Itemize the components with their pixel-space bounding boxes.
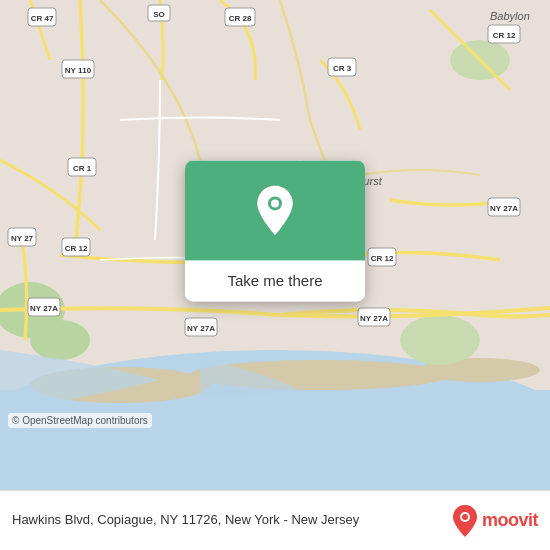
popup-map-background xyxy=(185,160,365,260)
svg-text:NY 27A: NY 27A xyxy=(187,324,215,333)
moovit-pin-icon xyxy=(451,504,479,538)
svg-point-6 xyxy=(400,315,480,365)
svg-text:CR 47: CR 47 xyxy=(31,14,54,23)
svg-text:CR 12: CR 12 xyxy=(493,31,516,40)
location-pin-icon xyxy=(253,183,297,237)
svg-point-43 xyxy=(462,514,468,520)
svg-text:NY 27: NY 27 xyxy=(11,234,34,243)
svg-text:CR 12: CR 12 xyxy=(371,254,394,263)
map-attribution: © OpenStreetMap contributors xyxy=(8,413,152,428)
moovit-logo: moovit xyxy=(451,504,538,538)
svg-text:Babylon: Babylon xyxy=(490,10,530,22)
svg-text:CR 3: CR 3 xyxy=(333,64,352,73)
svg-rect-2 xyxy=(0,390,550,490)
take-me-there-button[interactable]: Take me there xyxy=(185,260,365,301)
svg-point-9 xyxy=(30,320,90,360)
map-container: CR 47 SO NY 110 CR 28 CR 3 CR 12 NY 27 C… xyxy=(0,0,550,490)
svg-text:CR 1: CR 1 xyxy=(73,164,92,173)
svg-text:NY 27A: NY 27A xyxy=(490,204,518,213)
moovit-brand-label: moovit xyxy=(482,510,538,531)
svg-text:CR 28: CR 28 xyxy=(229,14,252,23)
svg-text:SO: SO xyxy=(153,10,165,19)
bottom-bar: Hawkins Blvd, Copiague, NY 11726, New Yo… xyxy=(0,490,550,550)
popup-card: Take me there xyxy=(185,160,365,301)
svg-text:NY 27A: NY 27A xyxy=(30,304,58,313)
svg-text:CR 12: CR 12 xyxy=(65,244,88,253)
location-text: Hawkins Blvd, Copiague, NY 11726, New Yo… xyxy=(12,512,441,529)
svg-text:NY 27A: NY 27A xyxy=(360,314,388,323)
svg-text:NY 110: NY 110 xyxy=(65,66,92,75)
svg-point-41 xyxy=(271,199,279,207)
